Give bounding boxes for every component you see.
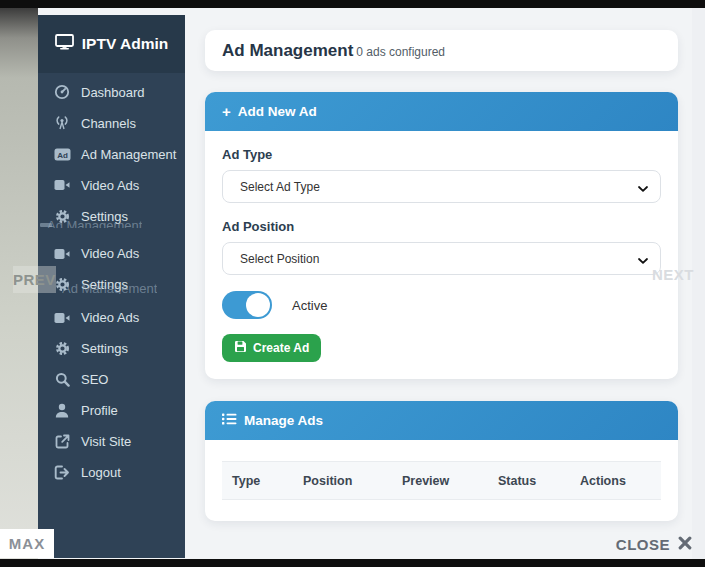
ghost-menu-item: Ad Management [62,282,157,294]
ads-table-header-row: TypePositionPreviewStatusActions [222,461,661,500]
ad-type-selected-value: Select Ad Type [240,180,320,194]
sidebar-item-label: Settings [81,341,128,356]
column-header-status: Status [488,474,570,488]
page-header-card: Ad Management 0 ads configured [205,30,678,71]
column-header-position: Position [293,474,392,488]
active-toggle-row: Active [222,291,661,319]
toggle-knob [246,293,270,317]
ads-count-subtitle: 0 ads configured [356,45,445,59]
video-icon [53,179,71,191]
svg-text:Ad: Ad [57,150,68,159]
gear-icon [53,341,71,356]
manage-ads-title: Manage Ads [244,413,323,428]
channels-icon [53,115,71,131]
sidebar-item-profile[interactable]: Profile [38,395,185,426]
screenshot-viewer: IPTV Admin DashboardChannelsAdAd Managem… [0,0,705,567]
sidebar-item-video-ads[interactable]: Video Ads [38,170,185,201]
page-title: Ad Management [222,41,353,61]
dashboard-icon [53,84,71,100]
external-link-icon [53,434,71,449]
sidebar-item-label: Profile [81,403,118,418]
viewer-bottom-bar [0,559,705,567]
add-new-ad-body: Ad Type Select Ad Type Ad Position Selec… [205,131,678,379]
ghost-menu-item: Ad Management [47,219,142,228]
sidebar-item-label: Video Ads [81,178,139,193]
sidebar-item-ad-management[interactable]: AdAd Management [38,139,185,170]
manage-ads-body: TypePositionPreviewStatusActions [205,440,678,521]
monitor-icon [55,34,74,54]
active-toggle[interactable] [222,291,272,319]
max-button[interactable]: MAX [0,529,54,558]
close-icon [678,536,692,553]
sidebar-item-logout[interactable]: Logout [38,457,185,488]
sidebar-item-settings[interactable]: Settings [38,333,185,364]
column-header-actions: Actions [570,474,661,488]
sidebar-item-label: Logout [81,465,121,480]
viewer-top-bar [0,0,705,8]
add-new-ad-panel: + Add New Ad Ad Type Select Ad Type Ad P… [205,92,678,379]
sidebar-item-label: SEO [81,372,108,387]
prev-button[interactable]: PREV [13,266,56,293]
sidebar-item-seo[interactable]: SEO [38,364,185,395]
sidebar-menu: DashboardChannelsAdAd ManagementVideo Ad… [38,73,185,488]
video-icon [53,312,71,324]
column-header-preview: Preview [392,474,488,488]
manage-ads-header: Manage Ads [205,401,678,440]
video-icon [53,248,71,260]
sidebar-item-label: Dashboard [81,85,145,100]
sidebar-header: IPTV Admin [38,15,185,73]
add-new-ad-header: + Add New Ad [205,92,678,131]
user-icon [53,403,71,418]
create-ad-button[interactable]: Create Ad [222,334,321,362]
logout-icon [53,465,71,480]
main-content: Ad Management 0 ads configured + Add New… [185,8,705,559]
save-icon [234,340,247,356]
sidebar-item-label: Channels [81,116,136,131]
next-button[interactable]: NEXT [652,266,694,283]
sidebar-item-video-ads[interactable]: Video Ads [38,302,185,333]
sidebar-item-label: Ad Management [81,147,176,162]
chevron-down-icon [638,250,648,268]
column-header-type: Type [222,474,293,488]
sidebar-item-label: Video Ads [81,310,139,325]
app-title: IPTV Admin [82,35,168,53]
sidebar-item-dashboard[interactable]: Dashboard [38,77,185,108]
sidebar-item-channels[interactable]: Channels [38,108,185,139]
ad-type-select[interactable]: Select Ad Type [222,170,661,203]
chevron-down-icon [638,178,648,196]
sidebar-item-label: Visit Site [81,434,131,449]
ad-position-selected-value: Select Position [240,252,319,266]
add-new-ad-title: Add New Ad [238,104,317,119]
sidebar-item-video-ads[interactable]: Video Ads [38,238,185,269]
active-label: Active [292,298,327,313]
close-button[interactable]: CLOSE [616,536,692,553]
manage-ads-panel: Manage Ads TypePositionPreviewStatusActi… [205,401,678,521]
ad-position-select[interactable]: Select Position [222,242,661,275]
ad-position-label: Ad Position [222,219,661,234]
create-ad-label: Create Ad [253,341,309,355]
search-icon [53,372,71,387]
sidebar-item-label: Video Ads [81,246,139,261]
list-icon [222,413,237,428]
ad-type-label: Ad Type [222,147,661,162]
close-label: CLOSE [616,536,670,553]
ad-icon: Ad [53,148,71,161]
sidebar-item-visit-site[interactable]: Visit Site [38,426,185,457]
plus-icon: + [222,104,231,119]
